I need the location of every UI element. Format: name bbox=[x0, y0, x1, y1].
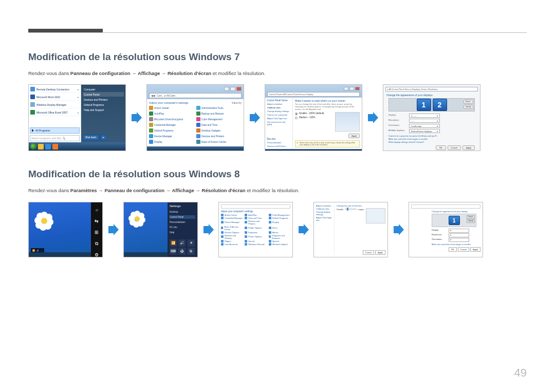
win8-instruction: Rendez-vous dans Paramètres → Panneau de… bbox=[28, 187, 527, 194]
preview-thumb bbox=[335, 112, 360, 132]
cp-item: Folder Options bbox=[245, 226, 266, 231]
detect-button[interactable]: Detect bbox=[467, 215, 475, 219]
svg-marker-5 bbox=[299, 224, 309, 235]
cancel-button[interactable]: Cancel bbox=[458, 247, 469, 252]
cancel-button[interactable]: Cancel bbox=[363, 250, 374, 255]
keyboard-tile-icon: ⌨ bbox=[170, 248, 177, 255]
ok-button[interactable]: OK bbox=[436, 145, 446, 150]
cp-item: Ease of Access Center bbox=[221, 226, 243, 231]
cp-item: Internet Options bbox=[221, 231, 243, 234]
header-rule bbox=[28, 32, 527, 33]
cp-item: AutoPlay bbox=[245, 214, 266, 216]
cp-item: Power Options bbox=[245, 234, 266, 239]
cp-item: Device Manager bbox=[221, 220, 243, 225]
arrow-icon bbox=[366, 111, 379, 124]
search-input[interactable]: Search programs and files 🔍 bbox=[30, 135, 80, 141]
address-bar: ◀ ▶ Cont... ▸ All Contr... bbox=[149, 93, 242, 98]
network-tile-icon: 📶 bbox=[170, 239, 177, 247]
wallpaper-flower bbox=[35, 212, 53, 230]
cp-item: Mouse bbox=[269, 231, 290, 234]
resolution-dropdown[interactable]: ......▾ bbox=[409, 119, 440, 123]
control-panel-link[interactable]: Control Panel bbox=[170, 215, 195, 219]
identify-button[interactable]: Identify bbox=[467, 219, 475, 223]
win8-step2-settings: Settings Desktop Control Panel Personali… bbox=[123, 202, 198, 257]
all-programs-button[interactable]: All Programs bbox=[30, 127, 80, 134]
monitor-2: 2 bbox=[433, 99, 447, 111]
apply-button[interactable]: Apply bbox=[462, 145, 475, 150]
win8-step4-display: Adjust resolution Calibrate color Change… bbox=[313, 202, 388, 257]
svg-marker-6 bbox=[394, 224, 404, 235]
settings-panel: Settings Desktop Control Panel Personali… bbox=[168, 202, 197, 257]
brightness-tile-icon: ☀ bbox=[188, 239, 195, 247]
svg-marker-2 bbox=[368, 112, 378, 123]
display-dropdown[interactable]: 1. ......▾ bbox=[409, 114, 440, 118]
charms-bar: ⌕ ⇆ ⊞ ⧉ ⚙ bbox=[91, 202, 102, 257]
resolution-dropdown[interactable]: ▾ bbox=[449, 233, 469, 237]
search-charm-icon[interactable]: ⌕ bbox=[94, 207, 100, 213]
win7-title: Modification de la résolution sous Windo… bbox=[28, 51, 527, 63]
devices-charm-icon[interactable]: ⧉ bbox=[94, 240, 100, 247]
cp-item: Display bbox=[269, 220, 290, 225]
cp-item: Fonts bbox=[269, 226, 290, 231]
wallpaper-flower bbox=[129, 211, 145, 227]
minimize-icon bbox=[224, 87, 229, 91]
win7-instruction: Rendez-vous dans Panneau de configuratio… bbox=[28, 70, 527, 77]
win7-step3-display: Control Panel ▸ All Control Panel Items … bbox=[265, 84, 362, 151]
cp-item: Keyboard bbox=[245, 231, 266, 234]
cp-item: Network and Sharing bbox=[221, 234, 243, 239]
cp-item: Devices and Printers bbox=[245, 220, 266, 225]
shutdown-button[interactable]: Shut down bbox=[83, 135, 99, 140]
control-panel-item[interactable]: Control Panel bbox=[83, 92, 124, 97]
monitor-1: 1 bbox=[449, 216, 460, 225]
start-orb-icon[interactable] bbox=[30, 143, 36, 150]
cp-item: Programs and Features bbox=[269, 234, 290, 239]
arrow-icon bbox=[392, 223, 404, 236]
page-number: 49 bbox=[514, 366, 527, 380]
cp-item: Windows Firewall bbox=[245, 243, 266, 246]
instr-suffix: et modifiez la résolution. bbox=[213, 70, 265, 76]
win7-step2-control-panel: ◀ ▶ Cont... ▸ All Contr... Adjust your c… bbox=[146, 84, 244, 151]
win8-step3-control-panel: Adjust your computer's settings Action C… bbox=[218, 202, 293, 257]
arrow-icon bbox=[202, 223, 214, 236]
detect-button[interactable]: Detect bbox=[464, 100, 473, 104]
instr-path: Panneau de configuration → Affichage → R… bbox=[70, 70, 211, 76]
monitor-1: 1 bbox=[417, 99, 431, 111]
win8-step1-charms: 📶🔊… ⌕ ⇆ ⊞ ⧉ ⚙ bbox=[28, 202, 103, 257]
monitor-preview: 1 Detect Identify bbox=[432, 214, 476, 227]
svg-marker-3 bbox=[108, 224, 119, 235]
arrow-icon bbox=[248, 111, 261, 124]
close-icon bbox=[236, 87, 242, 91]
shutdown-arrow[interactable]: ▸ bbox=[100, 135, 107, 140]
settings-charm-icon[interactable]: ⚙ bbox=[94, 252, 100, 257]
cp-item: Credential Manager bbox=[221, 217, 243, 219]
media-icon bbox=[52, 144, 58, 150]
explorer-icon bbox=[38, 144, 44, 150]
win8-step5-resolution: Change the appearance of your display 1 … bbox=[409, 202, 483, 257]
warning-note: ⚠Some items may not fit on your screen i… bbox=[295, 140, 360, 147]
win7-step4-resolution: ▸ All Control Panel Items ▸ Display ▸ Sc… bbox=[383, 84, 480, 151]
cp-item: User Accounts bbox=[221, 243, 243, 246]
ok-button[interactable]: OK bbox=[449, 247, 457, 252]
power-tile-icon: ⏻ bbox=[178, 248, 186, 255]
svg-marker-0 bbox=[132, 112, 142, 123]
cp-item: Default Programs bbox=[269, 217, 290, 219]
radio-icon bbox=[295, 117, 298, 119]
apply-button[interactable]: Apply bbox=[348, 134, 360, 138]
cp-item: Action Center bbox=[221, 214, 243, 216]
start-charm-icon[interactable]: ⊞ bbox=[94, 229, 100, 235]
win7-step1-start-menu: Remote Desktop Connection▸ Microsoft Wor… bbox=[28, 84, 126, 151]
display-dropdown[interactable]: ▾ bbox=[449, 229, 469, 233]
cp-item: Color Management bbox=[269, 214, 290, 216]
apply-button[interactable]: Apply bbox=[375, 250, 385, 255]
win8-steps: 📶🔊… ⌕ ⇆ ⊞ ⧉ ⚙ bbox=[28, 202, 527, 257]
cancel-button[interactable]: Cancel bbox=[448, 145, 461, 150]
cp-item: Windows Update bbox=[269, 243, 290, 246]
identify-button[interactable]: Identify bbox=[464, 105, 473, 109]
apply-button[interactable]: Apply bbox=[470, 247, 480, 252]
arrow-icon bbox=[107, 223, 119, 236]
share-charm-icon[interactable]: ⇆ bbox=[94, 218, 100, 224]
cp-item: Sound bbox=[245, 240, 266, 242]
preview-thumb bbox=[366, 208, 385, 223]
slider-thumb[interactable] bbox=[347, 208, 348, 211]
svg-marker-4 bbox=[203, 224, 214, 235]
